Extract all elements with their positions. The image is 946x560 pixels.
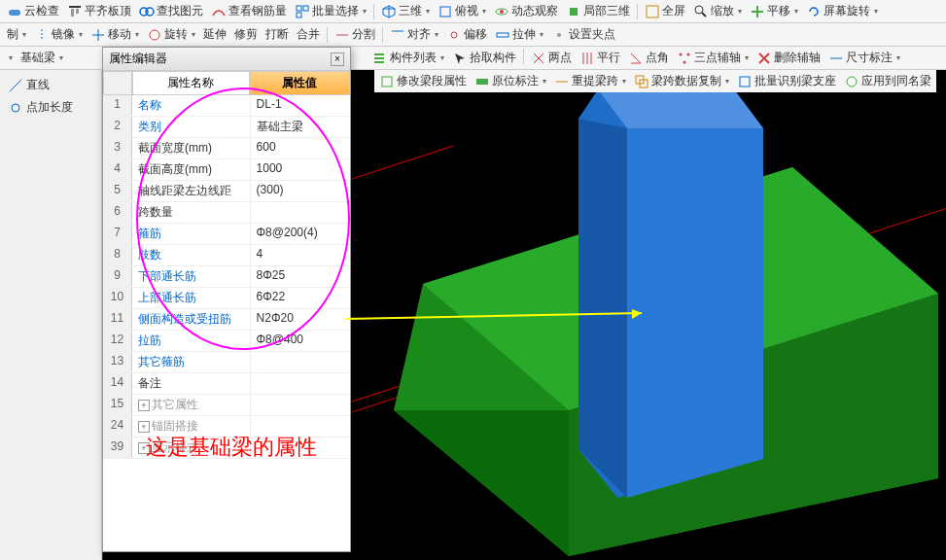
beam-type-dropdown[interactable]: 基础梁 (18, 49, 66, 67)
property-row[interactable]: 4 截面高度(mm) 1000 (103, 159, 350, 181)
label: 原位标注 (492, 73, 539, 89)
inplace-label-button[interactable]: 原位标注 (472, 72, 549, 90)
apply-samename-button[interactable]: 应用到同名梁 (841, 72, 934, 90)
merge-button[interactable]: 合并 (294, 25, 323, 44)
break-button[interactable]: 打断 (263, 25, 292, 44)
fullscreen-button[interactable]: 全屏 (642, 2, 688, 20)
pan-button[interactable]: 平移 (747, 2, 801, 20)
mirror-button[interactable]: 镜像 (31, 25, 86, 44)
batch-support-button[interactable]: 批量识别梁支座 (734, 72, 839, 90)
parallel-icon (579, 51, 595, 66)
dimension-button[interactable]: 尺寸标注 (825, 49, 903, 67)
property-row[interactable]: 6 跨数量 (103, 202, 350, 224)
local-3d-button[interactable]: 局部三维 (563, 2, 633, 20)
row-num: 39 (103, 438, 132, 458)
label: 删除辅轴 (774, 50, 821, 66)
component-list-button[interactable]: 构件列表 (369, 49, 447, 67)
property-row[interactable]: 1 名称 DL-1 (103, 95, 350, 117)
threepoint-icon (677, 51, 692, 66)
svg-rect-20 (497, 33, 508, 37)
row-value[interactable]: N2Φ20 (251, 309, 350, 330)
row-value[interactable]: 基础主梁 (251, 117, 350, 137)
point-length-button[interactable]: 点加长度 (4, 96, 97, 119)
tool-button[interactable]: 制 (4, 25, 29, 44)
grip-button[interactable]: 设置夹点 (548, 25, 618, 44)
align2-icon (390, 27, 405, 43)
row-value[interactable] (251, 202, 350, 223)
label: 延伸 (203, 26, 227, 43)
row-value[interactable] (251, 352, 350, 372)
3d-view-button[interactable]: 三维 (378, 2, 433, 20)
find-element-button[interactable]: 查找图元 (136, 2, 206, 20)
stretch-button[interactable]: 拉伸 (492, 25, 546, 44)
delete-axis-button[interactable]: 删除辅轴 (753, 49, 823, 67)
property-editor-titlebar[interactable]: 属性编辑器 × (103, 48, 350, 71)
label: 点角 (646, 50, 669, 66)
label: 平齐板顶 (85, 3, 131, 19)
row-value[interactable]: 1000 (251, 159, 350, 180)
rotate-button[interactable]: 旋转 (144, 25, 198, 44)
top-view-button[interactable]: 俯视 (435, 2, 489, 20)
header-value[interactable]: 属性值 (250, 71, 350, 95)
orbit-button[interactable]: 动态观察 (491, 2, 561, 20)
svg-marker-43 (627, 128, 763, 498)
property-row[interactable]: 14 备注 (103, 373, 350, 395)
row-num: 5 (103, 181, 132, 201)
row-value[interactable]: 6Φ22 (251, 288, 350, 308)
row-value[interactable]: 4 (251, 245, 350, 265)
row-value[interactable]: 8Φ25 (251, 266, 350, 287)
property-row[interactable]: 3 截面宽度(mm) 600 (103, 138, 350, 159)
row-value[interactable]: 600 (251, 138, 350, 158)
property-row[interactable]: 13 其它箍筋 (103, 352, 350, 373)
repick-span-button[interactable]: 重提梁跨 (551, 72, 629, 90)
point-angle-button[interactable]: 点角 (625, 49, 672, 67)
rotate-screen-button[interactable]: 屏幕旋转 (803, 2, 881, 20)
grip-icon (551, 27, 567, 43)
label: 局部三维 (583, 3, 630, 19)
property-row[interactable]: 8 肢数 4 (103, 245, 350, 266)
expand-icon[interactable]: + (138, 421, 150, 433)
split-button[interactable]: 分割 (332, 25, 378, 44)
property-row[interactable]: 9 下部通长筋 8Φ25 (103, 266, 350, 288)
trim-button[interactable]: 修剪 (231, 25, 261, 44)
align-button[interactable]: 对齐 (387, 25, 441, 44)
expand-icon[interactable]: + (138, 400, 150, 411)
label: 旋转 (164, 26, 188, 43)
label: 查找图元 (157, 3, 203, 19)
row-value[interactable] (251, 373, 350, 394)
row-value[interactable]: (300) (251, 181, 350, 201)
row-value[interactable]: Φ8@400 (251, 331, 350, 351)
batch-select-button[interactable]: 批量选择 (292, 2, 369, 20)
cloud-check-button[interactable]: 云检查 (4, 2, 62, 20)
modify-beam-button[interactable]: 修改梁段属性 (376, 72, 470, 90)
property-row[interactable]: 11 侧面构造或受扭筋 N2Φ20 (103, 309, 350, 331)
offset-button[interactable]: 偏移 (443, 25, 490, 44)
pick-component-button[interactable]: 拾取构件 (449, 49, 519, 67)
row-value[interactable]: Φ8@200(4) (251, 224, 350, 244)
property-row[interactable]: 7 箍筋 Φ8@200(4) (103, 224, 350, 245)
property-row[interactable]: 10 上部通长筋 6Φ22 (103, 288, 350, 309)
line-icon (8, 78, 23, 93)
property-row[interactable]: 12 拉筋 Φ8@400 (103, 331, 350, 352)
label: 缩放 (711, 3, 734, 19)
row-name: 箍筋 (132, 224, 251, 244)
row-value[interactable]: DL-1 (251, 95, 350, 116)
close-button[interactable]: × (331, 52, 344, 66)
label: 拾取构件 (470, 50, 516, 66)
copy-span-button[interactable]: 梁跨数据复制 (631, 72, 732, 90)
extend-button[interactable]: 延伸 (200, 25, 229, 44)
parallel-button[interactable]: 平行 (577, 49, 623, 67)
property-row[interactable]: 5 轴线距梁左边线距 (300) (103, 181, 350, 202)
two-point-button[interactable]: 两点 (528, 49, 575, 67)
property-row[interactable]: 2 类别 基础主梁 (103, 117, 350, 138)
align-top-button[interactable]: 平齐板顶 (64, 2, 134, 20)
zoom-button[interactable]: 缩放 (690, 2, 745, 20)
mirror-icon (34, 27, 50, 43)
view-rebar-button[interactable]: 查看钢筋量 (208, 2, 290, 20)
main-toolbar: 云检查 平齐板顶 查找图元 查看钢筋量 批量选择 三维 俯视 动态观察 局部三维… (0, 0, 946, 23)
move-button[interactable]: 移动 (88, 25, 142, 44)
dropdown1[interactable] (4, 52, 16, 63)
three-point-axis-button[interactable]: 三点辅轴 (674, 49, 752, 67)
line-button[interactable]: 直线 (4, 74, 97, 96)
property-expand-row[interactable]: 15 +其它属性 (103, 395, 350, 416)
